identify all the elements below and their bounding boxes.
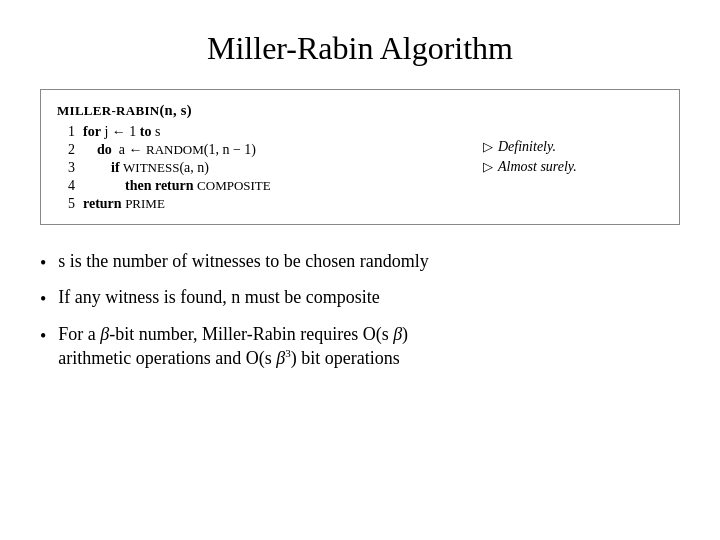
line-number-4: 4 (57, 178, 75, 194)
comment-line-2: ▷ Almost surely. (483, 159, 663, 175)
bullet-item-2: • If any witness is found, n must be com… (40, 285, 680, 311)
algorithm-comments: ▷ Definitely. ▷ Almost surely. (463, 102, 663, 212)
bullet-text-3: For a β-bit number, Miller-Rabin require… (58, 322, 408, 371)
bullet-list: • s is the number of witnesses to be cho… (40, 249, 680, 370)
line-number-3: 3 (57, 160, 75, 176)
algo-line-1: 1 for j ← 1 to s (57, 124, 463, 140)
page-title: Miller-Rabin Algorithm (40, 30, 680, 67)
bullet-text-2: If any witness is found, n must be compo… (58, 285, 379, 309)
comment-text-2: Almost surely. (498, 159, 577, 175)
line-number-5: 5 (57, 196, 75, 212)
algorithm-lines: 1 for j ← 1 to s 2 do a ← Random(1, n − … (57, 124, 463, 212)
algorithm-main: Miller-Rabin(n, s) 1 for j ← 1 to s 2 do… (57, 102, 463, 212)
line-content-3: if Witness(a, n) (83, 160, 209, 176)
proc-name: Miller-Rabin (57, 103, 159, 118)
line-content-5: return prime (83, 196, 165, 212)
algorithm-box: Miller-Rabin(n, s) 1 for j ← 1 to s 2 do… (40, 89, 680, 225)
line-content-2: do a ← Random(1, n − 1) (83, 142, 256, 158)
algo-line-4: 4 then return composite (57, 178, 463, 194)
bullet-dot-2: • (40, 287, 46, 311)
line-number-1: 1 (57, 124, 75, 140)
bullet-dot-1: • (40, 251, 46, 275)
bullet-dot-3: • (40, 324, 46, 348)
algo-line-5: 5 return prime (57, 196, 463, 212)
line-content-4: then return composite (83, 178, 271, 194)
algo-line-3: 3 if Witness(a, n) (57, 160, 463, 176)
algo-line-2: 2 do a ← Random(1, n − 1) (57, 142, 463, 158)
bullet-item-3: • For a β-bit number, Miller-Rabin requi… (40, 322, 680, 371)
comment-triangle-1: ▷ (483, 139, 493, 155)
proc-params: (n, s) (159, 102, 191, 118)
comment-triangle-2: ▷ (483, 159, 493, 175)
comment-text-1: Definitely. (498, 139, 556, 155)
line-content-1: for j ← 1 to s (83, 124, 160, 140)
slide: Miller-Rabin Algorithm Miller-Rabin(n, s… (0, 0, 720, 540)
algorithm-header: Miller-Rabin(n, s) (57, 102, 463, 119)
line-number-2: 2 (57, 142, 75, 158)
comment-line-1: ▷ Definitely. (483, 139, 663, 155)
bullet-text-1: s is the number of witnesses to be chose… (58, 249, 428, 273)
bullet-item-1: • s is the number of witnesses to be cho… (40, 249, 680, 275)
